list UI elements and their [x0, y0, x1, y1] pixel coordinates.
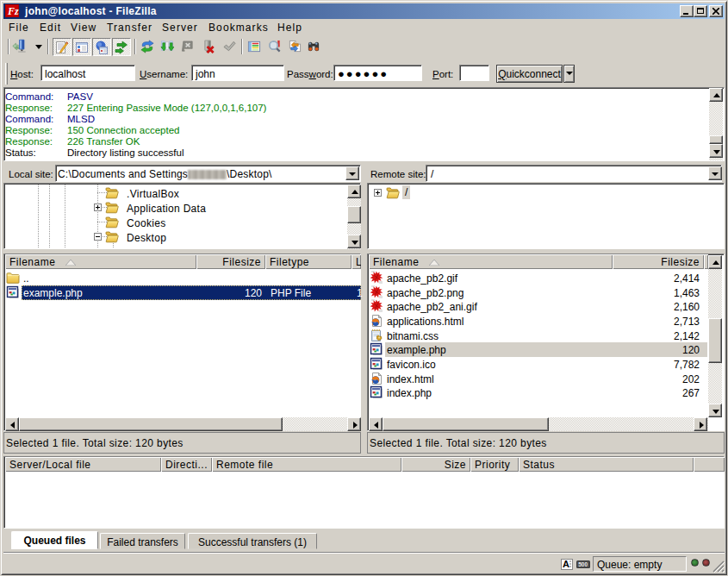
svg-text:Fz: Fz: [7, 5, 19, 17]
svg-text:500: 500: [578, 561, 588, 567]
svg-text:A: A: [563, 559, 569, 569]
